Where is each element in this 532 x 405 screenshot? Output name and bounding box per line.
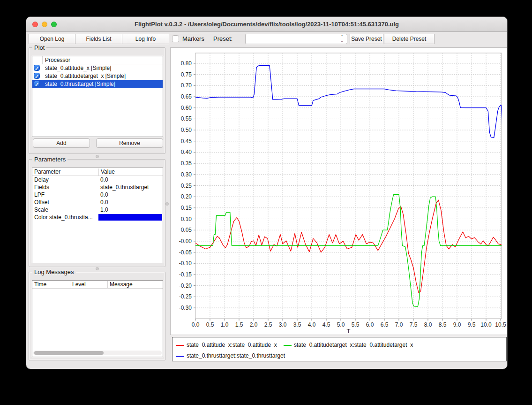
remove-button[interactable]: Remove xyxy=(96,138,163,148)
row-checkbox[interactable]: ✓ xyxy=(34,81,40,87)
log-messages-table[interactable]: Time Level Message xyxy=(32,280,163,357)
svg-text:0.80: 0.80 xyxy=(181,60,192,67)
legend-item-thrusttarget: state_0.thrusttarget:state_0.thrusttarge… xyxy=(176,352,285,359)
svg-text:0.50: 0.50 xyxy=(181,127,192,133)
param-row-color[interactable]: Color state_0.thrustta... xyxy=(32,214,163,221)
svg-text:-0.20: -0.20 xyxy=(179,283,192,289)
red-line-icon xyxy=(176,345,184,346)
legend-item-attitude-x: state_0.attitude_x:state_0.attitude_x xyxy=(176,342,277,348)
svg-text:10.5: 10.5 xyxy=(495,321,506,328)
splitter-handle[interactable] xyxy=(165,202,169,206)
svg-text:4.0: 4.0 xyxy=(308,321,316,328)
combobox-stepper-icon[interactable]: ⌃⌄ xyxy=(339,35,345,43)
window-title: FlightPlot v.0.3.2 - /Users/oleg/Documen… xyxy=(26,17,507,32)
svg-text:8.5: 8.5 xyxy=(439,321,447,328)
list-item-thrusttarget[interactable]: ✓ state_0.thrusttarget [Simple] xyxy=(32,80,163,88)
parameters-group-title: Parameters xyxy=(32,156,67,163)
log-messages-group-title: Log Messages xyxy=(32,268,76,275)
parameters-table[interactable]: Parameter Value Delay 0.0 Fields state_0… xyxy=(32,168,163,263)
svg-text:2.0: 2.0 xyxy=(250,321,258,328)
fields-list-button[interactable]: Fields List xyxy=(75,34,122,44)
param-row-offset[interactable]: Offset 0.0 xyxy=(32,199,163,206)
svg-text:0.35: 0.35 xyxy=(181,160,192,167)
param-row-delay[interactable]: Delay 0.0 xyxy=(32,176,163,183)
legend-item-attitudetarget-x: state_0.attitudetarget_x:state_0.attitud… xyxy=(284,342,413,348)
svg-text:0.05: 0.05 xyxy=(181,227,192,233)
svg-text:9.5: 9.5 xyxy=(468,321,476,328)
svg-text:0.0: 0.0 xyxy=(192,321,200,328)
markers-label: Markers xyxy=(182,35,204,43)
svg-text:0.5: 0.5 xyxy=(206,321,214,328)
svg-text:1.0: 1.0 xyxy=(221,321,229,328)
svg-text:3.5: 3.5 xyxy=(293,321,301,328)
param-row-lpf[interactable]: LPF 0.0 xyxy=(32,191,163,199)
svg-text:7.0: 7.0 xyxy=(395,321,403,328)
plot-group-title: Plot xyxy=(32,44,46,51)
chart-panel[interactable]: 0.800.750.700.650.600.550.500.450.400.35… xyxy=(170,47,508,335)
svg-text:0.70: 0.70 xyxy=(181,82,192,89)
save-preset-button[interactable]: Save Preset xyxy=(350,34,383,44)
list-item-attitudetarget-x[interactable]: ✓ state_0.attitudetarget_x [Simple] xyxy=(32,72,163,80)
splitter-handle[interactable] xyxy=(96,267,99,270)
svg-text:-0.00: -0.00 xyxy=(179,238,192,245)
svg-text:-0.15: -0.15 xyxy=(179,271,192,278)
title-bar[interactable]: FlightPlot v.0.3.2 - /Users/oleg/Documen… xyxy=(26,17,507,32)
splitter-handle[interactable] xyxy=(96,155,99,158)
preset-combobox[interactable]: ⌃⌄ xyxy=(245,34,347,44)
svg-text:0.25: 0.25 xyxy=(181,183,192,189)
svg-text:0.65: 0.65 xyxy=(181,93,192,100)
svg-text:10.0: 10.0 xyxy=(480,321,492,328)
log-info-button[interactable]: Log Info xyxy=(122,34,169,44)
markers-checkbox[interactable] xyxy=(172,35,179,42)
svg-text:0.45: 0.45 xyxy=(181,138,192,145)
svg-text:-0.10: -0.10 xyxy=(179,260,192,267)
checkbox-column-header xyxy=(32,56,43,64)
processor-list-header: Processor xyxy=(32,56,163,64)
plot-group: Plot Processor ✓ state_0.attitude_x [Sim… xyxy=(29,47,165,154)
svg-text:-0.30: -0.30 xyxy=(179,305,192,311)
blue-line-icon xyxy=(176,356,184,357)
flight-data-chart[interactable]: 0.800.750.700.650.600.550.500.450.400.35… xyxy=(171,48,507,335)
svg-text:0.55: 0.55 xyxy=(181,115,192,122)
svg-text:T: T xyxy=(347,328,351,335)
flightplot-window: FlightPlot v.0.3.2 - /Users/oleg/Documen… xyxy=(26,16,508,369)
svg-text:0.60: 0.60 xyxy=(181,105,192,111)
processor-column-header: Processor xyxy=(45,57,70,63)
param-row-fields[interactable]: Fields state_0.thrusttarget xyxy=(32,183,163,191)
svg-text:5.0: 5.0 xyxy=(337,321,345,328)
svg-text:-0.25: -0.25 xyxy=(179,293,192,300)
svg-text:2.5: 2.5 xyxy=(264,321,272,328)
delete-preset-button[interactable]: Delete Preset xyxy=(384,34,435,44)
svg-text:6.0: 6.0 xyxy=(366,321,374,328)
svg-text:7.5: 7.5 xyxy=(410,321,418,328)
processor-list[interactable]: Processor ✓ state_0.attitude_x [Simple] … xyxy=(32,56,163,137)
svg-text:5.5: 5.5 xyxy=(352,321,360,328)
svg-text:1.5: 1.5 xyxy=(235,321,243,328)
log-messages-group: Log Messages Time Level Message xyxy=(29,272,165,360)
svg-text:3.0: 3.0 xyxy=(279,321,287,328)
list-item-attitude-x[interactable]: ✓ state_0.attitude_x [Simple] xyxy=(32,64,163,72)
svg-text:9.0: 9.0 xyxy=(453,321,461,328)
preset-label: Preset: xyxy=(213,35,232,43)
open-log-button[interactable]: Open Log xyxy=(29,34,75,44)
svg-text:8.0: 8.0 xyxy=(424,321,432,328)
svg-text:4.5: 4.5 xyxy=(322,321,330,328)
svg-text:-0.05: -0.05 xyxy=(179,249,192,256)
row-checkbox[interactable]: ✓ xyxy=(34,73,40,79)
svg-text:0.75: 0.75 xyxy=(181,71,192,78)
green-line-icon xyxy=(284,345,292,346)
svg-text:6.5: 6.5 xyxy=(381,321,389,328)
color-swatch[interactable] xyxy=(98,214,162,221)
parameters-group: Parameters Parameter Value Delay 0.0 Fie… xyxy=(29,159,165,267)
row-checkbox[interactable]: ✓ xyxy=(34,65,40,71)
svg-text:0.15: 0.15 xyxy=(181,205,192,211)
scrollbar-thumb[interactable] xyxy=(34,351,104,355)
svg-text:0.40: 0.40 xyxy=(181,149,192,155)
svg-text:0.20: 0.20 xyxy=(181,193,192,200)
param-row-scale[interactable]: Scale 1.0 xyxy=(32,206,163,214)
svg-text:0.30: 0.30 xyxy=(181,171,192,178)
horizontal-scrollbar[interactable] xyxy=(33,351,162,355)
add-button[interactable]: Add xyxy=(33,138,90,148)
chart-legend: state_0.attitude_x:state_0.attitude_x st… xyxy=(172,337,507,361)
log-messages-table-header: Time Level Message xyxy=(32,281,163,289)
